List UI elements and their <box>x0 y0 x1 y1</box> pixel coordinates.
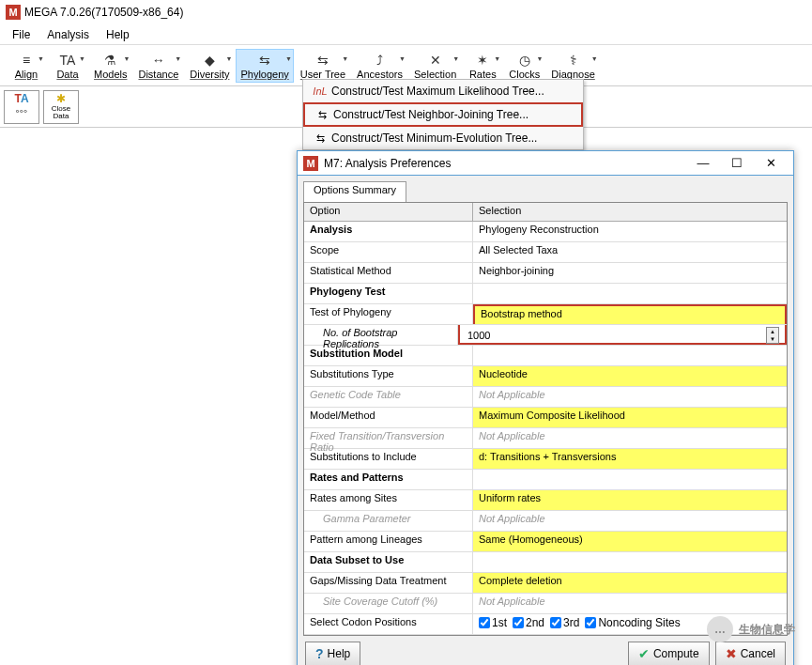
close-data-button[interactable]: ✱ Close Data <box>43 90 79 124</box>
toolbar-icon: ⚕ <box>570 52 577 69</box>
minimize-button[interactable]: — <box>686 156 720 170</box>
option-value[interactable]: Nucleotide <box>473 366 787 386</box>
toolbar-icon: ✶ <box>477 52 488 69</box>
option-row: Phylogeny Test <box>304 284 787 304</box>
toolbar-distance[interactable]: ↔Distance▼ <box>133 49 183 83</box>
option-label: Substitutions to Include <box>304 449 473 469</box>
option-value[interactable]: Neighbor-joining <box>473 263 787 283</box>
option-row: Site Coverage Cutoff (%)Not Applicable <box>304 594 787 614</box>
toolbar-user tree[interactable]: ⇆User Tree▼ <box>296 49 350 83</box>
tab-options-summary[interactable]: Options Summary <box>303 181 406 202</box>
toolbar-models[interactable]: ⚗Models▼ <box>89 49 131 83</box>
dropdown-item[interactable]: ⇆Construct/Test Minimum-Evolution Tree..… <box>303 127 583 149</box>
ta-button[interactable]: TA ◦◦◦ <box>4 90 39 124</box>
option-row: Rates among SitesUniform rates <box>304 490 787 511</box>
toolbar-clocks[interactable]: ◷Clocks▼ <box>504 49 544 83</box>
dropdown-item[interactable]: InLConstruct/Test Maximum Likelihood Tre… <box>303 80 583 102</box>
help-button[interactable]: ? Help <box>305 642 360 665</box>
compute-button[interactable]: ✔ Compute <box>628 642 710 665</box>
check-icon: ✔ <box>638 646 650 661</box>
cancel-icon: ✖ <box>726 646 737 661</box>
spinner-buttons[interactable]: ▲▼ <box>766 327 779 344</box>
option-value[interactable]: Not Applicable <box>473 594 787 613</box>
help-icon: ? <box>315 646 324 661</box>
dialog-title: M7: Analysis Preferences <box>324 157 451 170</box>
toolbar-data[interactable]: TAData▼ <box>48 49 87 83</box>
option-value[interactable]: Same (Homogeneous) <box>473 532 787 551</box>
toolbar-icon: TA <box>60 52 76 69</box>
app-icon: M <box>6 5 21 20</box>
toolbar-icon: ◆ <box>205 52 215 69</box>
option-value[interactable]: Complete deletion <box>473 573 787 593</box>
codon-checkbox[interactable]: 3rd <box>550 616 579 629</box>
menu-item-icon: InL <box>309 85 331 97</box>
chevron-down-icon: ▼ <box>494 55 500 62</box>
header-option: Option <box>304 203 473 221</box>
codon-checkbox[interactable]: 2nd <box>513 616 544 629</box>
option-label: Site Coverage Cutoff (%) <box>304 594 473 613</box>
option-row: AnalysisPhylogeny Reconstruction <box>304 222 787 242</box>
option-label: Substitution Model <box>304 346 473 365</box>
window-title: MEGA 7.0.26(7170509-x86_64) <box>24 6 183 19</box>
watermark-icon: … <box>707 616 733 642</box>
header-selection: Selection <box>473 203 787 221</box>
option-value[interactable]: Not Applicable <box>473 511 787 531</box>
option-value[interactable]: Uniform rates <box>473 490 787 510</box>
codon-checkbox[interactable]: Noncoding Sites <box>585 616 680 629</box>
option-row: Statistical MethodNeighbor-joining <box>304 263 787 284</box>
option-row: Fixed Transition/Transversion RatioNot A… <box>304 428 787 449</box>
toolbar-icon: ⤴ <box>376 52 383 69</box>
option-label: Gaps/Missing Data Treatment <box>304 573 473 593</box>
chevron-down-icon: ▼ <box>399 55 406 62</box>
option-label: Select Codon Positions <box>304 614 473 634</box>
toolbar-rates[interactable]: ✶Rates▼ <box>463 49 502 83</box>
option-label: Rates among Sites <box>304 490 473 510</box>
toolbar-diversity[interactable]: ◆Diversity▼ <box>185 49 234 83</box>
option-label: Fixed Transition/Transversion Ratio <box>304 428 473 448</box>
close-button[interactable]: ✕ <box>754 156 788 170</box>
option-value[interactable]: All Selected Taxa <box>473 242 787 262</box>
option-label: Analysis <box>304 222 473 241</box>
analysis-preferences-dialog: M M7: Analysis Preferences — ☐ ✕ Options… <box>297 150 794 665</box>
menu-analysis[interactable]: Analysis <box>38 28 98 41</box>
cancel-button[interactable]: ✖ Cancel <box>715 642 786 665</box>
menu-file[interactable]: File <box>4 28 38 41</box>
option-row: Model/MethodMaximum Composite Likelihood <box>304 408 787 428</box>
toolbar-ancestors[interactable]: ⤴Ancestors▼ <box>352 49 407 83</box>
chevron-down-icon: ▼ <box>175 55 181 62</box>
chevron-down-icon: ▼ <box>285 55 292 62</box>
toolbar-selection[interactable]: ✕Selection▼ <box>409 49 461 83</box>
chevron-down-icon: ▼ <box>38 55 44 62</box>
option-label: Phylogeny Test <box>304 284 473 303</box>
toolbar-icon: ⇆ <box>317 52 329 69</box>
option-value[interactable]: d: Transitions + Transversions <box>473 449 787 469</box>
toolbar-diagnose[interactable]: ⚕Diagnose▼ <box>546 49 599 83</box>
maximize-button[interactable]: ☐ <box>720 156 754 170</box>
menu-bar: File Analysis Help <box>0 24 812 45</box>
option-row: Genetic Code TableNot Applicable <box>304 387 787 408</box>
menu-help[interactable]: Help <box>98 28 138 41</box>
toolbar-icon: ◷ <box>519 52 530 69</box>
option-value[interactable]: Not Applicable <box>473 387 787 407</box>
option-value <box>473 346 787 365</box>
option-value[interactable]: Maximum Composite Likelihood <box>473 408 787 427</box>
option-row: No. of Bootstrap Replications▲▼ <box>304 325 787 346</box>
option-label: Gamma Parameter <box>304 511 473 531</box>
toolbar-icon: ✕ <box>430 52 441 69</box>
toolbar-icon: ⇆ <box>259 52 270 69</box>
option-value[interactable]: ▲▼ <box>458 325 787 345</box>
option-value[interactable]: Not Applicable <box>473 428 787 448</box>
toolbar-phylogeny[interactable]: ⇆Phylogeny▼ <box>236 49 293 83</box>
dropdown-item[interactable]: ⇆Construct/Test Neighbor-Joining Tree... <box>303 102 583 127</box>
option-value[interactable]: Bootstrap method <box>473 304 787 324</box>
toolbar-align[interactable]: ≡Align▼ <box>7 49 46 83</box>
bootstrap-replications-input[interactable] <box>466 329 766 342</box>
option-row: Data Subset to Use <box>304 552 787 573</box>
option-row: ScopeAll Selected Taxa <box>304 242 787 263</box>
options-grid: Option Selection AnalysisPhylogeny Recon… <box>303 202 788 636</box>
phylogeny-dropdown: InLConstruct/Test Maximum Likelihood Tre… <box>302 79 584 150</box>
option-label: Test of Phylogeny <box>304 304 473 324</box>
codon-checkbox[interactable]: 1st <box>479 616 507 629</box>
chevron-down-icon: ▼ <box>124 55 130 62</box>
dialog-icon: M <box>303 156 318 171</box>
